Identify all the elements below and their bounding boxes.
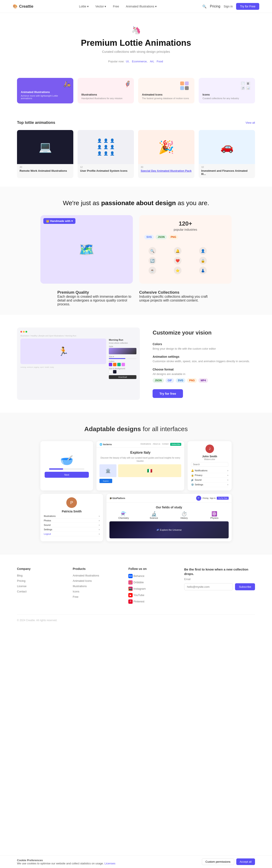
fields-pricing[interactable]: Pricing <box>203 497 208 499</box>
headline-bold: passionate about design <box>101 199 176 207</box>
fields-signin[interactable]: Sign in <box>210 497 216 499</box>
profile-search[interactable] <box>191 462 228 467</box>
logo[interactable]: 🎨 Creattie <box>13 4 33 9</box>
pricing-link[interactable]: Pricing <box>210 4 220 8</box>
tag-ui[interactable]: UI, <box>126 60 130 63</box>
swatch-pink[interactable] <box>122 363 125 366</box>
cat-animated-icons[interactable]: Animated Icons The fastest growing datab… <box>138 78 195 103</box>
menu-notifications[interactable]: 🔔 Notifications› <box>191 468 228 473</box>
cat-icon-anim-icons <box>179 81 192 93</box>
preview-subtitle: Know where collection <box>109 342 136 344</box>
italy-btn[interactable]: Explore <box>99 479 112 483</box>
tag-ecommerce[interactable]: Ecommerce, <box>132 60 147 63</box>
footer-behance[interactable]: Bé Behance <box>128 574 175 578</box>
window-maximize <box>26 331 27 333</box>
italy-title: Explore Italy <box>99 451 181 455</box>
view-all-link[interactable]: View all <box>245 121 255 124</box>
anim-name-2[interactable]: Special Day Animated Illustration Pack <box>138 168 195 175</box>
footer-animated-illus[interactable]: Animated Illustrations <box>73 574 120 577</box>
email-input[interactable] <box>184 583 233 590</box>
menu-privacy[interactable]: 🔒 Privacy› <box>191 473 228 478</box>
field-tech[interactable]: 🔬Science <box>140 511 168 519</box>
footer-pricing[interactable]: Pricing <box>17 579 64 582</box>
swatch-orange[interactable] <box>113 363 116 366</box>
search-icon[interactable]: 🔍 <box>202 4 207 8</box>
format-gif: GIF <box>166 378 174 383</box>
menu-settings[interactable]: ⚙️ Settings› <box>191 483 228 487</box>
footer-icons[interactable]: Icons <box>73 590 120 593</box>
nav-contact[interactable]: Contact <box>162 443 169 446</box>
footer-pinterest[interactable]: P Pinterest <box>128 599 175 604</box>
anim-card-2[interactable]: 🎉 30 Special Day Animated Illustration P… <box>138 130 195 178</box>
subscribe-button[interactable]: Subscribe <box>235 583 255 590</box>
customize-preview: Illustration / Healthy Lifestyle and Spo… <box>17 328 140 400</box>
nav-link-animated[interactable]: Animated Illustrations ▾ <box>126 5 157 8</box>
try-free-cta[interactable]: Try for free <box>152 389 183 398</box>
patricia-menu: Illustrations› Photos› Sound› Settings› … <box>44 514 100 536</box>
preview-illustration: 🏃 <box>21 339 106 364</box>
try-free-button[interactable]: Try for Free <box>236 3 259 10</box>
cat-animated-illustrations[interactable]: 🛵 Animated Illustrations Achieve more wi… <box>17 78 73 103</box>
swatch-green[interactable] <box>117 363 121 366</box>
signin-button[interactable]: Sign in <box>224 5 233 8</box>
bg-row <box>109 370 136 373</box>
field-chemistry[interactable]: ⚗️Chemistry <box>109 511 138 519</box>
menu-sound[interactable]: 🔊 Sound› <box>191 478 228 483</box>
swatch-dark[interactable] <box>113 370 116 373</box>
pat-menu-sound[interactable]: Sound› <box>44 523 100 527</box>
nav-destinations[interactable]: Destinations <box>140 443 151 446</box>
tag-art[interactable]: Art, <box>150 60 154 63</box>
color-row <box>109 363 136 366</box>
pat-menu-illustrations[interactable]: Illustrations› <box>44 514 100 518</box>
cust-format: Choose format All designs are available … <box>152 368 255 383</box>
italy-desc: Discover the beauty of Italy with our cu… <box>99 456 181 463</box>
badge-json: JSON <box>156 235 167 239</box>
footer-instagram[interactable]: 📷 Instagram <box>128 587 175 591</box>
swatch-purple[interactable] <box>109 363 112 366</box>
bowl-next-btn[interactable]: Next <box>45 472 89 478</box>
behance-icon: Bé <box>128 574 133 578</box>
products-title: Products <box>73 567 120 570</box>
animations-grid: 💻 20 Remote Work Animated Illustrations … <box>17 130 255 178</box>
download-button[interactable]: Download <box>109 375 136 379</box>
tag-food[interactable]: Food <box>157 60 163 63</box>
fields-search-btn[interactable]: 🔍 <box>196 496 201 501</box>
footer-illustrations[interactable]: Illustrations <box>73 585 120 588</box>
footer-license[interactable]: License <box>17 585 64 588</box>
footer-contact[interactable]: Contact <box>17 590 64 593</box>
field-time[interactable]: ⏱️History <box>170 511 198 519</box>
footer-blog[interactable]: Blog <box>17 574 64 577</box>
nav-link-vector[interactable]: Vector ▾ <box>95 5 106 8</box>
footer-youtube[interactable]: ▶ YouTube <box>128 593 175 597</box>
footer-animated-icons[interactable]: Animated Icons <box>73 579 120 582</box>
ctrl-size: Size ▾ <box>109 355 136 359</box>
cat-illustrations[interactable]: 🦸 Illustrations Handpicked illustrations… <box>77 78 134 103</box>
pat-menu-photos[interactable]: Photos› <box>44 518 100 523</box>
anim-card-1[interactable]: 👤 👤 👤 👤 👤 👤 👤 👤 👤 12 User Profile Animat… <box>77 130 134 178</box>
footer-bottom: © 2024 Creattie. All rights reserved. <box>17 614 255 622</box>
field-atom[interactable]: ⚛️Physics <box>200 511 229 519</box>
preview-left: 🏃 runningworkoutjoggingsporthealthbody <box>21 339 106 379</box>
footer-free[interactable]: Free <box>73 595 120 598</box>
cat-icons[interactable]: 📄 🖼 🎵 📊 Icons Curated collections for an… <box>199 78 255 103</box>
footer-dribbble[interactable]: ⛹ Dribbble <box>128 580 175 585</box>
nav-link-lottie[interactable]: Lottie ▾ <box>79 5 89 8</box>
nav-about[interactable]: About us <box>153 443 161 446</box>
swatch-white[interactable] <box>109 370 112 373</box>
feature1-title: Premium Quality <box>57 290 133 295</box>
feature-desc-2: Cohesive Collections Industry specific c… <box>139 290 215 306</box>
ctrl-bg: Size & Background <box>109 368 136 373</box>
fields-icons-row: ⚗️Chemistry 🔬Science ⏱️History ⚛️Physics <box>109 511 229 519</box>
anim-card-3[interactable]: 🚗 10 Investment and Finances Animated Il… <box>199 130 255 178</box>
popular-count: 120+ <box>144 220 227 227</box>
anim-card-0[interactable]: 💻 20 Remote Work Animated Illustrations <box>17 130 73 178</box>
nav-subscribe[interactable]: Subscribe <box>170 443 181 446</box>
pat-menu-settings[interactable]: Settings› <box>44 527 100 532</box>
fields-try[interactable]: Try for free <box>217 497 229 500</box>
svg-rect-1 <box>185 82 189 85</box>
profile-avatar: J <box>205 444 214 453</box>
pat-menu-logout[interactable]: Logout› <box>44 532 100 536</box>
size-slider[interactable] <box>109 358 125 359</box>
chevron-down-icon-2: ▾ <box>105 5 106 8</box>
nav-link-free[interactable]: Free <box>113 5 119 8</box>
